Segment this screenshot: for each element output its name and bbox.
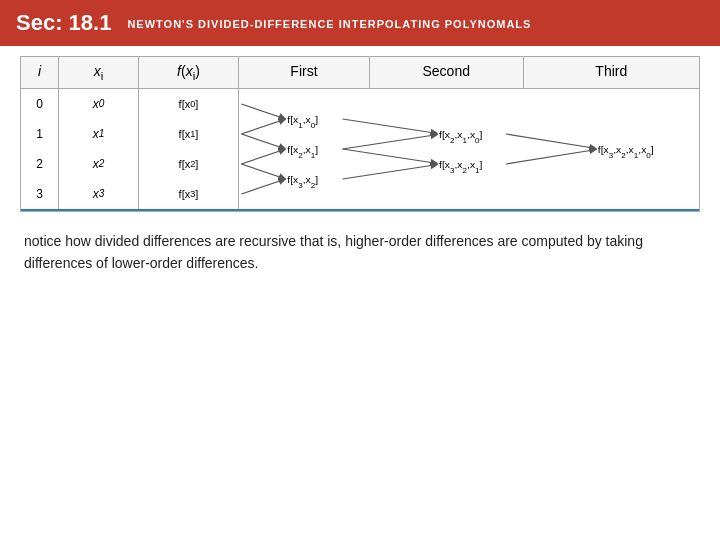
cell-i-0: 0 [21, 89, 58, 119]
cell-x1: x1 [59, 119, 138, 149]
svg-line-10 [343, 135, 435, 149]
col-header-fxi: f(xi) [139, 57, 239, 88]
cell-x0: x0 [59, 89, 138, 119]
diagram-area: f[x1,x0] f[x2,x1] f[x3,x2] f[x2,x1,x0] f… [239, 89, 699, 209]
section-number: Sec: 18.1 [16, 10, 111, 36]
svg-line-4 [241, 164, 282, 178]
cell-x2: x2 [59, 149, 138, 179]
svg-line-3 [241, 150, 282, 164]
cell-x3: x3 [59, 179, 138, 209]
svg-text:f[x3,x2,x1,x0]: f[x3,x2,x1,x0] [598, 144, 654, 158]
cell-fx0: f[x0] [139, 89, 238, 119]
cell-i-2: 2 [21, 149, 58, 179]
svg-line-1 [241, 120, 282, 134]
cell-fx3: f[x3] [139, 179, 238, 209]
cell-fx1: f[x1] [139, 119, 238, 149]
svg-text:f[x3,x2,x1]: f[x3,x2,x1] [439, 159, 482, 173]
cell-i-1: 1 [21, 119, 58, 149]
svg-line-0 [241, 104, 282, 118]
col-fxi-values: f[x0] f[x1] f[x2] f[x3] [139, 89, 239, 209]
svg-text:f[x3,x2]: f[x3,x2] [287, 174, 318, 188]
divided-diff-diagram: f[x1,x0] f[x2,x1] f[x3,x2] f[x2,x1,x0] f… [239, 89, 699, 209]
svg-line-2 [241, 134, 282, 148]
cell-fx2: f[x2] [139, 149, 238, 179]
table-bottom-border [21, 209, 699, 211]
col-header-xi: xi [59, 57, 139, 88]
col-header-first: First [239, 57, 370, 88]
cell-i-3: 3 [21, 179, 58, 209]
col-xi-values: x0 x1 x2 x3 [59, 89, 139, 209]
col-header-i: i [21, 57, 59, 88]
table-body: 0 1 2 3 x0 x1 x2 x3 f[x0] f[x1] f[x2] f[… [21, 89, 699, 209]
col-header-second: Second [370, 57, 524, 88]
page-header: Sec: 18.1 NEWTON'S DIVIDED-DIFFERENCE IN… [0, 0, 720, 46]
page-title: NEWTON'S DIVIDED-DIFFERENCE INTERPOLATIN… [127, 18, 531, 30]
svg-line-11 [343, 149, 435, 163]
svg-text:f[x1,x0]: f[x1,x0] [287, 114, 318, 128]
svg-line-16 [506, 150, 593, 164]
svg-text:f[x2,x1,x0]: f[x2,x1,x0] [439, 129, 482, 143]
svg-line-9 [343, 119, 435, 133]
svg-text:f[x2,x1]: f[x2,x1] [287, 144, 318, 158]
col-i-values: 0 1 2 3 [21, 89, 59, 209]
table-header: i xi f(xi) First Second Third [21, 57, 699, 89]
svg-line-5 [241, 180, 282, 194]
svg-line-12 [343, 165, 435, 179]
divided-difference-table: i xi f(xi) First Second Third 0 1 [20, 56, 700, 212]
main-content: i xi f(xi) First Second Third 0 1 [0, 46, 720, 285]
notice-paragraph: notice how divided differences are recur… [20, 230, 700, 275]
col-header-third: Third [524, 57, 699, 88]
svg-line-15 [506, 134, 593, 148]
